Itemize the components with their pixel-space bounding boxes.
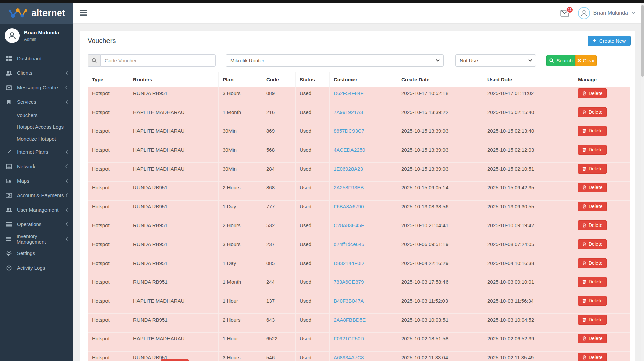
vertical-scrollbar[interactable]	[641, 3, 644, 361]
cell-customer: 7A991921A3	[330, 106, 397, 125]
customer-link[interactable]: 2AA8FBBD5E	[334, 317, 366, 323]
delete-button[interactable]: Delete	[578, 126, 607, 136]
sidebar-item-label: Services	[17, 99, 36, 105]
customer-link[interactable]: D832144F0D	[334, 260, 364, 266]
delete-button[interactable]: Delete	[578, 353, 607, 361]
chevron-left-icon	[65, 164, 68, 169]
delete-button[interactable]: Delete	[578, 145, 607, 155]
customer-link[interactable]: B40F3B047A	[334, 298, 364, 304]
sidebar-item-inventory-management[interactable]: Inventory Management	[0, 232, 73, 246]
cell-used-date: 2025-10-15 02:10:51	[483, 162, 574, 181]
cell-type: Hotspot	[88, 106, 129, 125]
cell-code: 643	[262, 313, 296, 332]
scrollbar-thumb[interactable]	[641, 5, 644, 77]
cell-status: Used	[296, 87, 330, 106]
customer-link[interactable]: 1E06928A23	[334, 166, 363, 172]
customer-link[interactable]: 4ACEDA2250	[334, 147, 365, 153]
sidebar-item-user-management[interactable]: User Management	[0, 203, 73, 217]
brand-logo[interactable]: alternet	[0, 3, 73, 24]
delete-button[interactable]: Delete	[578, 239, 607, 249]
delete-button[interactable]: Delete	[578, 164, 607, 174]
sidebar-item-network[interactable]: Network	[0, 159, 73, 174]
sidebar-item-activity-logs[interactable]: Activity Logs	[0, 261, 73, 275]
clear-button[interactable]: Clear	[575, 55, 597, 66]
column-header-create-date: Create Date	[397, 72, 483, 87]
smiley-icon	[5, 265, 12, 271]
plus-icon	[593, 39, 597, 43]
delete-button[interactable]: Delete	[578, 88, 607, 98]
search-button[interactable]: Search	[546, 55, 575, 66]
cell-router: RUNDA RB951	[129, 87, 219, 106]
sidebar-user-avatar-icon	[5, 28, 20, 43]
cell-type: Hotspot	[88, 200, 129, 219]
trash-icon	[582, 223, 586, 228]
sidebar-item-operations[interactable]: Operations	[0, 217, 73, 232]
messages-button[interactable]: 11	[560, 10, 569, 17]
sidebar-item-internet-plans[interactable]: Internet Plans	[0, 145, 73, 159]
cell-used-date: 2025-10-10 09:19:42	[483, 219, 574, 238]
partially-visible-red-element[interactable]	[161, 359, 189, 361]
gear-icon	[5, 251, 12, 256]
sidebar-subitem-vouchers[interactable]: Vouchers	[0, 109, 73, 121]
cell-create-date: 2025-10-15 13:39:03	[397, 162, 483, 181]
create-new-button[interactable]: Create New	[588, 36, 631, 46]
delete-button[interactable]: Delete	[578, 315, 607, 325]
delete-button[interactable]: Delete	[578, 334, 607, 343]
cell-router: HAPLITE MADHARAU	[129, 295, 219, 313]
cell-customer: 4ACEDA2250	[330, 144, 397, 162]
trash-icon	[582, 147, 586, 152]
table-row: HotspotRUNDA RB9512 Hours643Used2AA8FBBD…	[88, 313, 630, 332]
sidebar-toggle-hamburger-icon[interactable]	[80, 10, 87, 16]
delete-button[interactable]: Delete	[578, 220, 607, 230]
cell-status: Used	[296, 351, 330, 361]
cell-create-date: 2025-10-04 22:16:29	[397, 257, 483, 276]
trash-icon	[582, 91, 586, 96]
sidebar-item-maps[interactable]: Maps	[0, 174, 73, 188]
cell-customer: 2AA8FBBD5E	[330, 313, 397, 332]
code-voucher-input[interactable]	[100, 54, 216, 67]
customer-link[interactable]: C28A83E45F	[334, 222, 364, 228]
delete-button[interactable]: Delete	[578, 183, 607, 192]
delete-button[interactable]: Delete	[578, 277, 607, 287]
cell-status: Used	[296, 332, 330, 351]
delete-button-label: Delete	[589, 204, 602, 209]
customer-link[interactable]: 8657DC93C7	[334, 128, 364, 134]
delete-button[interactable]: Delete	[578, 107, 607, 117]
customer-link[interactable]: A68934A7C8	[334, 355, 364, 360]
sidebar-subitem-monetize-hotspot[interactable]: Monetize Hotspot	[0, 133, 73, 145]
customer-link[interactable]: 2A258F93EB	[334, 185, 364, 190]
customer-link[interactable]: F6BA8A6790	[334, 204, 364, 209]
cell-customer: d24ff1dce645	[330, 238, 397, 257]
sidebar-item-account-and-payments[interactable]: Account & Payments	[0, 188, 73, 203]
cell-plan: 3 Hours	[219, 238, 262, 257]
delete-button-label: Delete	[589, 147, 602, 152]
cell-status: Used	[296, 106, 330, 125]
customer-link[interactable]: F0921CF50D	[334, 336, 364, 341]
delete-button[interactable]: Delete	[578, 202, 607, 211]
table-row: HotspotHAPLITE MADHARAU1 Hour6522UsedF09…	[88, 332, 630, 351]
status-select[interactable]: Not Use	[455, 54, 536, 67]
cell-plan: 30Min	[219, 125, 262, 144]
app-screen: alternet 11 Brian Mulunda	[0, 0, 644, 361]
user-menu[interactable]: Brian Mulunda	[578, 7, 635, 19]
sidebar-item-messaging-centre[interactable]: Messaging Centre	[0, 80, 73, 95]
customer-link[interactable]: 7A991921A3	[334, 109, 363, 115]
content-area: Vouchers Create New Mikrotik Router	[73, 24, 641, 361]
cell-manage: Delete	[574, 313, 630, 332]
cell-plan: 30Min	[219, 144, 262, 162]
sidebar-item-label: Settings	[17, 250, 35, 256]
sidebar-subitem-hotspot-access-logs[interactable]: Hotspot Access Logs	[0, 121, 73, 133]
customer-link[interactable]: d24ff1dce645	[334, 241, 364, 247]
sidebar-item-dashboard[interactable]: Dashboard	[0, 51, 73, 66]
delete-button[interactable]: Delete	[578, 296, 607, 306]
sidebar-item-clients[interactable]: Clients	[0, 66, 73, 80]
sidebar-item-label: Dashboard	[17, 56, 41, 61]
customer-link[interactable]: D62F54F84F	[334, 90, 363, 96]
cell-router: RUNDA RB951	[129, 200, 219, 219]
router-select[interactable]: Mikrotik Router	[226, 54, 444, 67]
sidebar-item-services[interactable]: Services	[0, 95, 73, 109]
delete-button[interactable]: Delete	[578, 258, 607, 268]
sidebar-item-label: Inventory Management	[17, 233, 65, 245]
sidebar-item-settings[interactable]: Settings	[0, 246, 73, 261]
customer-link[interactable]: 783A6CE879	[334, 279, 364, 285]
